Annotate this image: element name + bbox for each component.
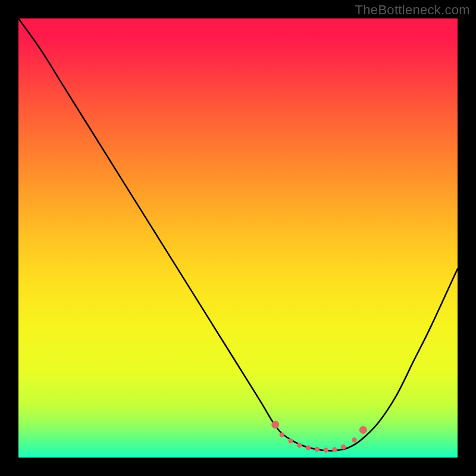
curve-marker — [323, 447, 328, 452]
plot-area — [18, 18, 458, 458]
watermark-text: TheBottleneck.com — [355, 2, 470, 18]
curve-layer — [18, 18, 458, 458]
curve-marker — [359, 426, 367, 434]
curve-marker — [288, 439, 293, 443]
curve-marker — [352, 437, 356, 442]
curve-marker — [280, 432, 284, 437]
bottleneck-curve — [18, 18, 458, 451]
curve-marker — [306, 446, 311, 450]
curve-marker — [315, 447, 320, 452]
curve-marker — [341, 444, 346, 449]
curve-marker — [297, 443, 302, 447]
chart-container: TheBottleneck.com — [0, 0, 476, 476]
curve-marker — [271, 421, 279, 428]
curve-marker — [332, 447, 337, 452]
